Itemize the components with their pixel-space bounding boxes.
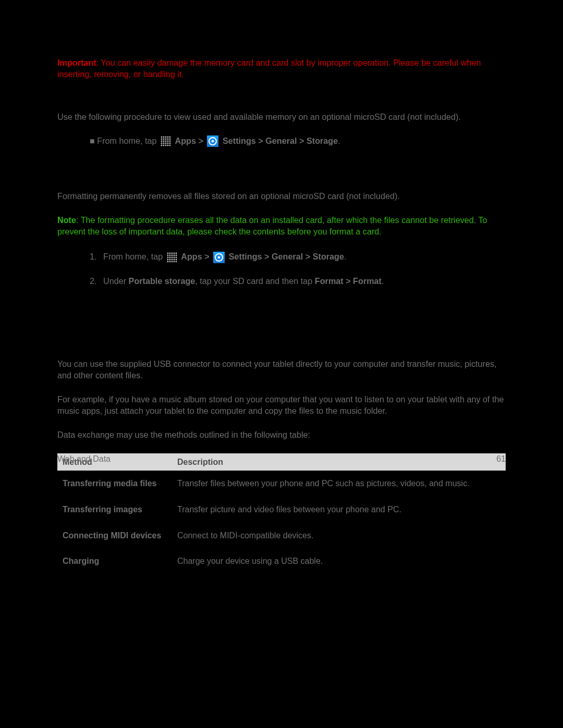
breadcrumb-rest: Settings > General > Storage <box>229 252 344 261</box>
svg-point-37 <box>167 256 168 258</box>
table-row: Charging Charge your device using a USB … <box>57 548 506 574</box>
svg-point-46 <box>175 258 177 260</box>
breadcrumb-apps: Apps > <box>181 252 212 261</box>
table-row: Transferring images Transfer picture and… <box>57 497 506 523</box>
format-step-2: 2.Under Portable storage, tap your SD ca… <box>90 276 506 287</box>
svg-point-49 <box>171 261 173 262</box>
svg-point-32 <box>167 254 168 256</box>
svg-point-9 <box>169 139 171 140</box>
svg-point-0 <box>161 137 163 138</box>
svg-point-3 <box>167 137 169 138</box>
svg-point-4 <box>169 137 171 138</box>
settings-gear-icon <box>207 135 218 147</box>
period: . <box>344 252 347 261</box>
svg-point-39 <box>171 256 173 258</box>
svg-point-17 <box>165 143 167 144</box>
svg-point-43 <box>169 258 170 260</box>
svg-point-34 <box>171 254 173 256</box>
cell-desc: Transfer files between your phone and PC… <box>172 471 506 497</box>
cell-desc: Charge your device using a USB cable. <box>172 548 506 574</box>
svg-point-8 <box>167 139 169 140</box>
footer-page-number: 61 <box>496 453 506 465</box>
svg-point-22 <box>165 145 167 146</box>
footer-section: Web and Data <box>57 453 111 465</box>
transfer-p1: You can use the supplied USB connector t… <box>57 359 506 381</box>
period: . <box>382 276 384 286</box>
page-footer: Web and Data 61 <box>57 453 506 465</box>
cell-desc: Connect to MIDI-compatible devices. <box>172 523 506 549</box>
svg-point-1 <box>163 137 165 138</box>
step-number: 2. <box>90 276 103 287</box>
svg-point-13 <box>167 141 169 142</box>
note-label: Note <box>57 215 76 225</box>
breadcrumb-rest: Settings > General > Storage <box>223 136 338 145</box>
cell-method: Connecting MIDI devices <box>57 523 172 549</box>
cell-desc: Transfer picture and video files between… <box>172 497 506 523</box>
svg-point-33 <box>169 254 170 256</box>
svg-point-48 <box>169 261 170 262</box>
svg-point-45 <box>173 258 175 260</box>
svg-point-5 <box>161 139 163 140</box>
svg-point-38 <box>169 256 170 258</box>
svg-point-12 <box>165 141 167 142</box>
important-callout: Important: You can easily damage the mem… <box>57 57 506 80</box>
svg-point-10 <box>161 141 163 142</box>
transfer-p3: Data exchange may use the methods outlin… <box>57 429 506 441</box>
step-prefix: ■ From home, tap <box>90 136 159 145</box>
bold-portable: Portable storage <box>129 276 195 286</box>
format-para: Formatting permanently removes all files… <box>57 191 506 202</box>
methods-table: Method Description Transferring media fi… <box>57 453 506 574</box>
format-steps: 1.From home, tap Apps > Settings > Gener… <box>90 251 506 287</box>
svg-point-40 <box>173 256 175 258</box>
table-row: Connecting MIDI devices Connect to MIDI-… <box>57 523 506 549</box>
note-text: : The formatting procedure erases all th… <box>57 215 487 236</box>
bold-format: Format > Format <box>315 276 382 286</box>
svg-point-2 <box>165 137 167 138</box>
cell-method: Transferring images <box>57 497 172 523</box>
svg-point-11 <box>163 141 165 142</box>
svg-point-31 <box>175 252 177 254</box>
svg-point-41 <box>175 256 177 258</box>
svg-point-51 <box>175 261 177 262</box>
important-text: : You can easily damage the memory card … <box>57 58 481 79</box>
period: . <box>338 136 340 145</box>
svg-point-23 <box>167 145 169 146</box>
svg-point-19 <box>169 143 171 144</box>
apps-grid-icon <box>167 252 177 263</box>
svg-point-36 <box>175 254 177 256</box>
transfer-p2: For example, if you have a music album s… <box>57 394 506 417</box>
svg-point-27 <box>167 252 168 254</box>
cell-method: Charging <box>57 548 172 574</box>
format-step-1: 1.From home, tap Apps > Settings > Gener… <box>90 251 506 263</box>
svg-point-28 <box>169 252 170 254</box>
svg-point-26 <box>212 140 214 143</box>
svg-point-7 <box>165 139 167 140</box>
svg-point-42 <box>167 258 168 260</box>
svg-point-53 <box>218 256 221 258</box>
step-prefix: Under <box>103 276 129 286</box>
svg-point-29 <box>171 252 173 254</box>
apps-grid-icon <box>161 136 171 146</box>
important-label: Important <box>57 58 96 67</box>
format-note: Note: The formatting procedure erases al… <box>57 215 506 238</box>
svg-point-35 <box>173 254 175 256</box>
table-row: Transferring media files Transfer files … <box>57 471 506 497</box>
svg-point-50 <box>173 261 175 262</box>
step-mid: , tap your SD card and then tap <box>195 276 314 286</box>
svg-point-24 <box>169 145 171 146</box>
svg-point-14 <box>169 141 171 142</box>
view-memory-step: ■ From home, tap Apps > Settings > Gener… <box>90 135 506 147</box>
view-memory-para: Use the following procedure to view used… <box>57 112 506 123</box>
svg-point-20 <box>161 145 163 146</box>
svg-point-30 <box>173 252 175 254</box>
step-prefix: From home, tap <box>103 252 165 261</box>
svg-point-6 <box>163 139 165 140</box>
step-number: 1. <box>90 251 103 263</box>
document-page: Important: You can easily damage the mem… <box>0 0 563 574</box>
svg-point-16 <box>163 143 165 144</box>
breadcrumb-apps: Apps > <box>175 136 206 145</box>
svg-point-47 <box>167 261 168 262</box>
svg-point-21 <box>163 145 165 146</box>
cell-method: Transferring media files <box>57 471 172 497</box>
svg-point-44 <box>171 258 173 260</box>
